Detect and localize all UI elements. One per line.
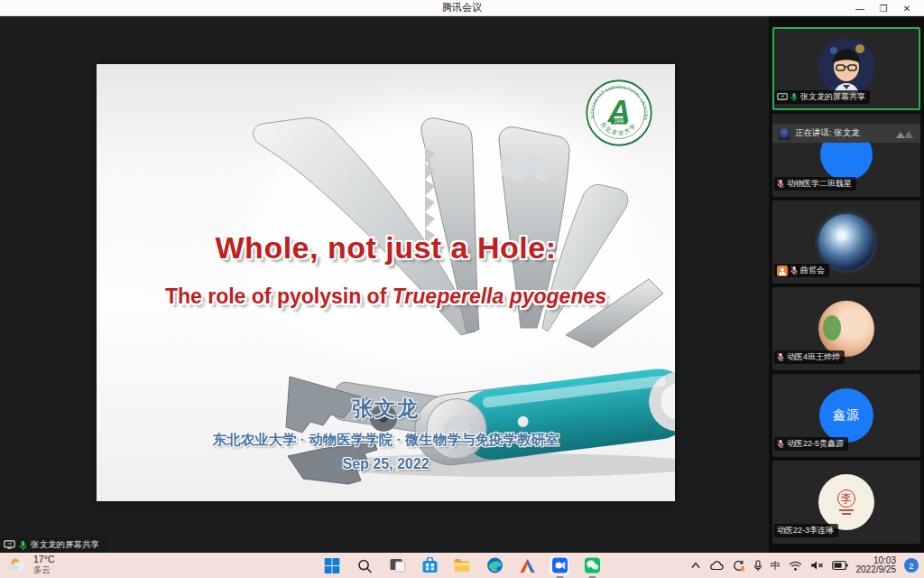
logo-year: 1948 — [614, 119, 624, 124]
participant-name-tag: 动医4班王烨烨 — [774, 350, 845, 364]
photo-avatar — [818, 301, 874, 357]
tray-date: 2022/9/25 — [856, 565, 897, 575]
participant-name: 曲哲会 — [800, 265, 825, 276]
screen-share-overlay-label: 张文龙的屏幕共享 — [0, 537, 106, 553]
seal-avatar: 李 — [818, 474, 874, 530]
participant-tile[interactable]: 曲哲会 — [772, 200, 920, 284]
participant-tile[interactable]: 动医4班王烨烨 — [772, 287, 920, 370]
slide-affiliation: 东北农业大学 · 动物医学学院 · 微生物学与免疫学教研室 — [97, 431, 675, 450]
presentation-slide: NORTHEAST AGRICULTURAL UNIVERSITY A 1948… — [97, 64, 675, 501]
file-explorer-icon[interactable] — [452, 555, 473, 576]
slide-title-line2: The role of pyolysin of Trueperella pyog… — [97, 284, 675, 309]
screen-share-stage: NORTHEAST AGRICULTURAL UNIVERSITY A 1948… — [0, 16, 769, 553]
speaking-banner-text: 正在讲话: 张文龙 — [795, 127, 891, 139]
seal-character: 李 — [837, 489, 855, 508]
participant-tile-presenter[interactable]: 张文龙的屏幕共享 — [772, 27, 920, 110]
window-titlebar: 腾讯会议 — ❐ ✕ — [0, 0, 924, 16]
tencent-meeting-taskbar-icon[interactable] — [550, 555, 570, 576]
edge-browser-icon[interactable] — [485, 555, 505, 576]
microphone-on-icon — [790, 92, 798, 102]
slide-title-line2-prefix: The role of pyolysin of — [165, 284, 393, 308]
avatar-initials: 鑫源 — [833, 407, 860, 424]
minimize-button[interactable]: — — [848, 4, 872, 14]
weather-widget[interactable]: 17°C 多云 — [7, 555, 54, 574]
participant-name-tag: 张文龙的屏幕共享 — [774, 90, 870, 104]
microphone-muted-icon — [777, 439, 784, 449]
earth-avatar — [818, 214, 874, 270]
tray-chevron-up-icon[interactable] — [690, 561, 701, 570]
person-badge-icon — [777, 266, 788, 276]
battery-icon[interactable] — [832, 560, 848, 571]
participant-name: 动物医学二班魏星 — [787, 178, 852, 190]
microphone-muted-icon — [777, 179, 784, 189]
sync-icon[interactable] — [732, 560, 745, 572]
clock[interactable]: 10:03 2022/9/25 — [856, 556, 897, 575]
participant-name-tag: 动物医学二班魏星 — [774, 177, 856, 191]
maximize-button[interactable]: ❐ — [872, 4, 895, 14]
onedrive-cloud-icon[interactable] — [709, 560, 724, 571]
microphone-muted-icon — [777, 352, 784, 362]
microphone-on-icon — [19, 540, 27, 551]
participant-tile[interactable]: 李 动医22-3李连琳 — [772, 461, 920, 544]
participant-name: 动医22-5贵鑫源 — [787, 438, 844, 450]
slide-title-line1: Whole, not just a Hole: — [97, 230, 675, 266]
weather-condition: 多云 — [33, 564, 54, 574]
participant-name: 动医4班王烨烨 — [787, 351, 840, 363]
tray-microphone-icon[interactable] — [753, 560, 762, 572]
task-view-icon[interactable] — [387, 555, 408, 576]
microphone-muted-icon — [790, 266, 798, 275]
participant-tile[interactable]: 鑫源 动医22-5贵鑫源 — [772, 374, 920, 457]
tencent-meeting-window: 腾讯会议 — ❐ ✕ — [0, 0, 924, 578]
ime-indicator[interactable]: 中 — [771, 559, 781, 573]
slide-species-name: Trueperella pyogenes — [393, 284, 606, 308]
participant-name-tag: 曲哲会 — [774, 264, 829, 277]
slide-date: Sep 25, 2022 — [97, 456, 675, 472]
participant-name-tag: 动医22-5贵鑫源 — [774, 437, 848, 451]
windows-taskbar: 17°C 多云 — [0, 553, 924, 578]
colorful-triangle-app-icon[interactable] — [517, 555, 538, 576]
close-button[interactable]: ✕ — [895, 4, 919, 14]
network-signal-icon — [895, 128, 915, 139]
microsoft-store-icon[interactable] — [420, 555, 440, 576]
wechat-taskbar-icon[interactable] — [582, 555, 603, 576]
screen-share-icon — [4, 540, 15, 550]
notification-badge[interactable]: 2 — [904, 558, 919, 573]
participant-name: 张文龙的屏幕共享 — [800, 91, 865, 103]
weather-cloud-sun-icon — [7, 555, 29, 573]
participants-sidebar: 张文龙的屏幕共享 魏星 正在讲话: 张文龙 — [769, 16, 924, 553]
volume-muted-icon[interactable] — [810, 560, 824, 571]
speaker-mini-avatar — [778, 127, 790, 140]
wifi-icon[interactable] — [789, 561, 802, 571]
neau-university-logo: NORTHEAST AGRICULTURAL UNIVERSITY A 1948… — [585, 79, 653, 147]
windows-start-button[interactable] — [322, 555, 343, 576]
screen-share-icon — [777, 93, 788, 102]
weather-temperature: 17°C — [33, 555, 54, 564]
speaking-notification-banner: 正在讲话: 张文龙 — [772, 124, 920, 143]
participant-tile[interactable]: 魏星 正在讲话: 张文龙 动物医学二班魏星 — [772, 114, 920, 197]
share-overlay-text: 张文龙的屏幕共享 — [31, 539, 99, 551]
window-title: 腾讯会议 — [442, 1, 482, 14]
search-icon[interactable] — [355, 555, 375, 576]
participant-name: 动医22-3李连琳 — [777, 525, 834, 536]
participant-name-tag: 动医22-3李连琳 — [774, 524, 838, 537]
blue-initials-avatar: 鑫源 — [819, 388, 873, 443]
slide-author: 张文龙 — [97, 395, 675, 423]
